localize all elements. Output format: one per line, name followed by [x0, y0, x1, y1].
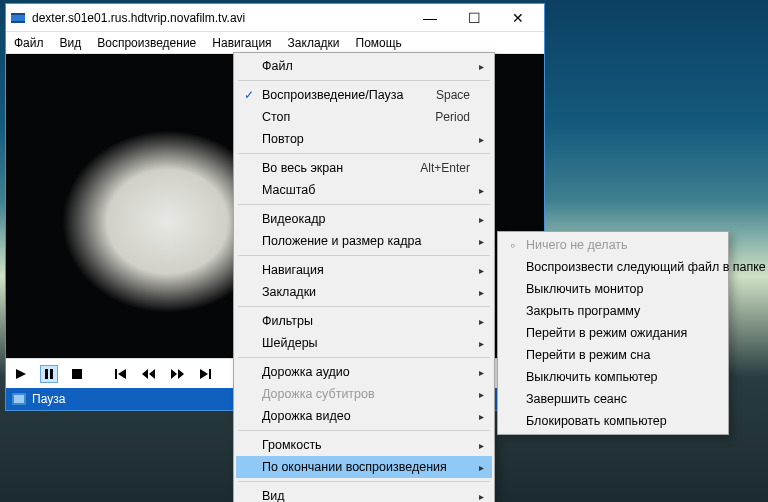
- menu-item-label: Положение и размер кадра: [262, 234, 421, 248]
- menu-navigate[interactable]: Навигация: [204, 32, 279, 53]
- svg-rect-1: [11, 13, 25, 15]
- context-menu-item[interactable]: Во весь экранAlt+Enter: [236, 157, 492, 179]
- play-button[interactable]: [12, 365, 30, 383]
- menu-file[interactable]: Файл: [6, 32, 52, 53]
- submenu-item[interactable]: Закрыть программу: [500, 300, 726, 322]
- menu-item-label: Воспроизведение/Пауза: [262, 88, 403, 102]
- menu-item-label: Фильтры: [262, 314, 313, 328]
- svg-marker-12: [178, 369, 184, 379]
- menu-item-label: Во весь экран: [262, 161, 343, 175]
- svg-marker-9: [142, 369, 148, 379]
- menu-bookmarks[interactable]: Закладки: [280, 32, 348, 53]
- menu-separator: [238, 430, 490, 431]
- forward-button[interactable]: [168, 365, 186, 383]
- submenu-item[interactable]: Перейти в режим сна: [500, 344, 726, 366]
- menu-item-label: Вид: [262, 489, 285, 502]
- app-icon: [10, 10, 26, 26]
- menu-item-label: Дорожка видео: [262, 409, 351, 423]
- status-icon: [12, 393, 26, 405]
- submenu-item[interactable]: Блокировать компьютер: [500, 410, 726, 432]
- skip-back-button[interactable]: [112, 365, 130, 383]
- svg-rect-4: [45, 369, 48, 379]
- svg-rect-2: [11, 21, 25, 23]
- window-title: dexter.s01e01.rus.hdtvrip.novafilm.tv.av…: [32, 11, 245, 25]
- submenu-item[interactable]: Выключить компьютер: [500, 366, 726, 388]
- status-text: Пауза: [32, 392, 65, 406]
- svg-rect-5: [50, 369, 53, 379]
- context-submenu: Ничего не делатьВоспроизвести следующий …: [497, 231, 729, 435]
- context-menu-item[interactable]: Дорожка аудио: [236, 361, 492, 383]
- menu-item-shortcut: Alt+Enter: [400, 161, 470, 175]
- context-menu-item[interactable]: Шейдеры: [236, 332, 492, 354]
- menu-item-label: Файл: [262, 59, 293, 73]
- context-menu-item: Дорожка субтитров: [236, 383, 492, 405]
- menu-item-label: Видеокадр: [262, 212, 325, 226]
- menu-item-label: Выключить монитор: [526, 282, 643, 296]
- submenu-item[interactable]: Воспроизвести следующий файл в папке: [500, 256, 726, 278]
- menu-item-label: Громкость: [262, 438, 322, 452]
- menu-separator: [238, 357, 490, 358]
- context-menu-item[interactable]: Повтор: [236, 128, 492, 150]
- menu-item-label: Ничего не делать: [526, 238, 628, 252]
- menu-item-label: Перейти в режим ожидания: [526, 326, 687, 340]
- skip-forward-button[interactable]: [196, 365, 214, 383]
- submenu-item[interactable]: Выключить монитор: [500, 278, 726, 300]
- minimize-button[interactable]: —: [408, 4, 452, 32]
- context-menu-item[interactable]: Положение и размер кадра: [236, 230, 492, 252]
- svg-marker-11: [171, 369, 177, 379]
- svg-marker-3: [16, 369, 26, 379]
- svg-marker-8: [118, 369, 126, 379]
- submenu-item: Ничего не делать: [500, 234, 726, 256]
- menu-item-shortcut: Space: [416, 88, 470, 102]
- menu-item-label: Воспроизвести следующий файл в папке: [526, 260, 766, 274]
- svg-rect-7: [115, 369, 117, 379]
- menu-item-label: Блокировать компьютер: [526, 414, 667, 428]
- menu-item-label: Закладки: [262, 285, 316, 299]
- menu-item-label: Стоп: [262, 110, 290, 124]
- svg-rect-6: [72, 369, 82, 379]
- rewind-button[interactable]: [140, 365, 158, 383]
- close-button[interactable]: ✕: [496, 4, 540, 32]
- menu-item-label: Дорожка аудио: [262, 365, 350, 379]
- context-menu-item[interactable]: Закладки: [236, 281, 492, 303]
- context-menu-item[interactable]: Воспроизведение/ПаузаSpace: [236, 84, 492, 106]
- menu-item-label: Навигация: [262, 263, 324, 277]
- submenu-item[interactable]: Завершить сеанс: [500, 388, 726, 410]
- menu-item-label: Повтор: [262, 132, 304, 146]
- context-menu-item[interactable]: Дорожка видео: [236, 405, 492, 427]
- menu-item-label: Перейти в режим сна: [526, 348, 650, 362]
- context-menu-item[interactable]: Видеокадр: [236, 208, 492, 230]
- menu-separator: [238, 153, 490, 154]
- titlebar[interactable]: dexter.s01e01.rus.hdtvrip.novafilm.tv.av…: [6, 4, 544, 32]
- context-menu-item[interactable]: Вид: [236, 485, 492, 502]
- svg-marker-10: [149, 369, 155, 379]
- context-menu-item[interactable]: Громкость: [236, 434, 492, 456]
- menu-item-label: Закрыть программу: [526, 304, 640, 318]
- stop-button[interactable]: [68, 365, 86, 383]
- context-menu-item[interactable]: Фильтры: [236, 310, 492, 332]
- menu-separator: [238, 306, 490, 307]
- menu-item-label: По окончании воспроизведения: [262, 460, 447, 474]
- menu-item-shortcut: Period: [415, 110, 470, 124]
- menu-item-label: Шейдеры: [262, 336, 318, 350]
- menu-item-label: Завершить сеанс: [526, 392, 627, 406]
- context-menu-item[interactable]: Навигация: [236, 259, 492, 281]
- context-menu-item[interactable]: Файл: [236, 55, 492, 77]
- pause-button[interactable]: [40, 365, 58, 383]
- svg-rect-14: [209, 369, 211, 379]
- menu-help[interactable]: Помощь: [348, 32, 410, 53]
- maximize-button[interactable]: ☐: [452, 4, 496, 32]
- menu-separator: [238, 80, 490, 81]
- menu-item-label: Дорожка субтитров: [262, 387, 375, 401]
- menu-item-label: Выключить компьютер: [526, 370, 658, 384]
- context-menu-item[interactable]: СтопPeriod: [236, 106, 492, 128]
- context-menu-item[interactable]: По окончании воспроизведения: [236, 456, 492, 478]
- menu-separator: [238, 204, 490, 205]
- context-menu-item[interactable]: Масштаб: [236, 179, 492, 201]
- menu-item-label: Масштаб: [262, 183, 315, 197]
- menu-view[interactable]: Вид: [52, 32, 90, 53]
- submenu-item[interactable]: Перейти в режим ожидания: [500, 322, 726, 344]
- menubar: Файл Вид Воспроизведение Навигация Закла…: [6, 32, 544, 54]
- menu-play[interactable]: Воспроизведение: [89, 32, 204, 53]
- context-menu: ФайлВоспроизведение/ПаузаSpaceСтопPeriod…: [233, 52, 495, 502]
